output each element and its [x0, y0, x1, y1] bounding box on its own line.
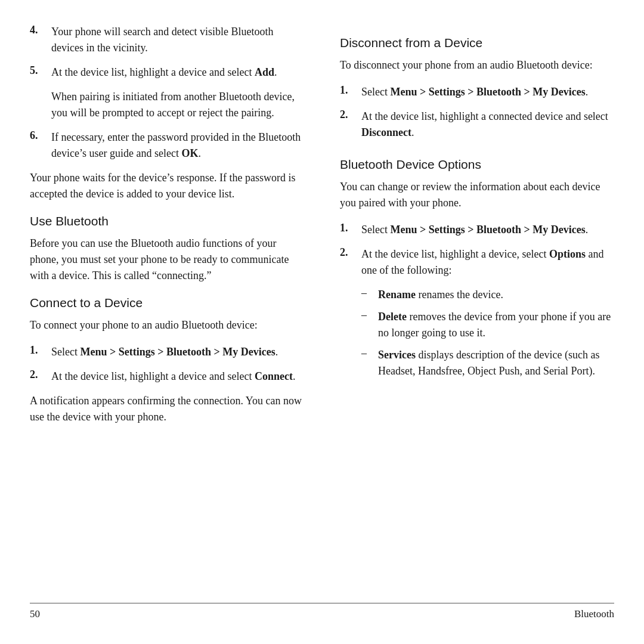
item-text: Select — [361, 86, 390, 98]
disconnect-device-heading: Disconnect from a Device — [340, 36, 614, 50]
item-bold: OK — [181, 147, 198, 159]
list-item: 1. Select Menu > Settings > Bluetooth > … — [30, 344, 304, 360]
dash-symbol: – — [361, 309, 378, 341]
item-content: At the device list, highlight a device, … — [361, 246, 614, 278]
dash-bold: Delete — [378, 311, 407, 323]
item-number: 2. — [340, 109, 361, 121]
item-text: At the device list, highlight a device a… — [51, 66, 255, 78]
paragraph: A notification appears confirming the co… — [30, 393, 304, 425]
item-bold: Disconnect — [361, 126, 411, 138]
item-text-after: . — [274, 66, 277, 78]
item-content: Select Menu > Settings > Bluetooth > My … — [361, 84, 614, 100]
dash-item-services: – Services displays description of the d… — [361, 347, 614, 379]
dash-text: removes the device from your phone if yo… — [378, 311, 611, 339]
paragraph: Your phone waits for the device’s respon… — [30, 170, 304, 202]
list-item: 1. Select Menu > Settings > Bluetooth > … — [340, 222, 614, 238]
sub-text: When pairing is initiated from another B… — [51, 91, 295, 119]
item-number: 2. — [340, 246, 361, 259]
content-area: 4. Your phone will search and detect vis… — [30, 24, 614, 597]
item-text: Select — [51, 346, 80, 358]
item-bold: Add — [255, 66, 274, 78]
item-content: At the device list, highlight a connecte… — [361, 109, 614, 141]
list-item: 4. Your phone will search and detect vis… — [30, 24, 304, 56]
item-text: If necessary, enter the password provide… — [51, 131, 301, 159]
item-content: If necessary, enter the password provide… — [51, 129, 304, 162]
connect-device-heading: Connect to a Device — [30, 296, 304, 310]
dash-item-delete: – Delete removes the device from your ph… — [361, 309, 614, 341]
item-number: 4. — [30, 24, 51, 36]
dash-bold: Rename — [378, 289, 416, 301]
footer: 50 Bluetooth — [30, 603, 614, 620]
item-text-after: . — [586, 86, 589, 98]
bluetooth-options-heading: Bluetooth Device Options — [340, 157, 614, 172]
item-text-after: . — [198, 147, 201, 159]
sub-paragraph: When pairing is initiated from another B… — [51, 89, 304, 121]
left-column: 4. Your phone will search and detect vis… — [30, 24, 322, 597]
list-item: 2. At the device list, highlight a devic… — [30, 369, 304, 385]
item-text-after: . — [293, 370, 296, 382]
footer-page-number: 50 — [30, 608, 40, 620]
item-number: 6. — [30, 129, 51, 142]
item-text-after: . — [411, 126, 414, 138]
item-number: 1. — [340, 84, 361, 97]
item-content: Select Menu > Settings > Bluetooth > My … — [361, 222, 614, 238]
list-item: 2. At the device list, highlight a conne… — [340, 109, 614, 141]
item-text: At the device list, highlight a connecte… — [361, 110, 608, 122]
item-bold: Options — [549, 248, 586, 260]
item-text-after: . — [275, 346, 278, 358]
dash-content: Rename renames the device. — [378, 287, 503, 303]
item-bold: Connect — [255, 370, 293, 382]
list-item: 5. At the device list, highlight a devic… — [30, 64, 304, 80]
paragraph: To disconnect your phone from an audio B… — [340, 57, 614, 73]
item-text: Select — [361, 224, 390, 236]
item-text: At the device list, highlight a device, … — [361, 248, 549, 260]
dash-text: renames the device. — [416, 289, 503, 301]
item-content: At the device list, highlight a device a… — [51, 64, 304, 80]
item-number: 1. — [30, 344, 51, 357]
paragraph: You can change or review the information… — [340, 179, 614, 211]
item-bold: Menu > Settings > Bluetooth > My Devices — [390, 224, 585, 236]
item-content: Select Menu > Settings > Bluetooth > My … — [51, 344, 304, 360]
dash-content: Delete removes the device from your phon… — [378, 309, 614, 341]
dash-bold: Services — [378, 349, 416, 361]
item-number: 5. — [30, 64, 51, 77]
item-content: Your phone will search and detect visibl… — [51, 24, 304, 56]
paragraph: Before you can use the Bluetooth audio f… — [30, 236, 304, 284]
item-text: At the device list, highlight a device a… — [51, 370, 255, 382]
item-number: 2. — [30, 369, 51, 381]
dash-item-rename: – Rename renames the device. — [361, 287, 614, 303]
item-content: At the device list, highlight a device a… — [51, 369, 304, 385]
dash-symbol: – — [361, 287, 378, 303]
right-column: Disconnect from a Device To disconnect y… — [322, 24, 614, 597]
item-text-after: . — [586, 224, 589, 236]
paragraph: To connect your phone to an audio Blueto… — [30, 317, 304, 333]
dash-content: Services displays description of the dev… — [378, 347, 614, 379]
list-item: 1. Select Menu > Settings > Bluetooth > … — [340, 84, 614, 100]
list-item: 2. At the device list, highlight a devic… — [340, 246, 614, 278]
list-item: 6. If necessary, enter the password prov… — [30, 129, 304, 162]
use-bluetooth-heading: Use Bluetooth — [30, 214, 304, 228]
item-number: 1. — [340, 222, 361, 234]
footer-section-name: Bluetooth — [574, 608, 614, 620]
item-bold: Menu > Settings > Bluetooth > My Devices — [390, 86, 585, 98]
dash-symbol: – — [361, 347, 378, 379]
page: 4. Your phone will search and detect vis… — [0, 0, 644, 644]
item-bold: Menu > Settings > Bluetooth > My Devices — [80, 346, 275, 358]
